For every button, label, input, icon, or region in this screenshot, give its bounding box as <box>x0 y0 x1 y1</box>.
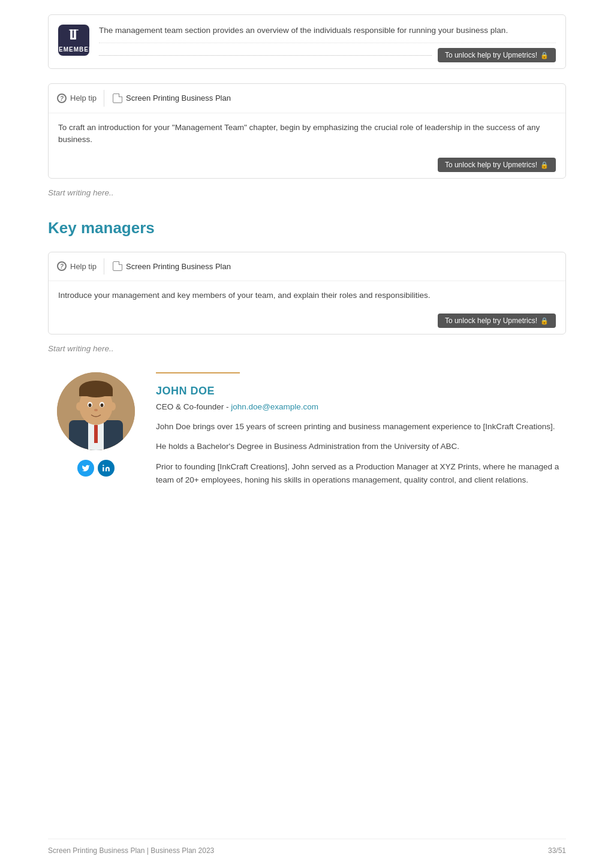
svg-point-15 <box>101 403 104 407</box>
doc-icon-2 <box>113 261 122 271</box>
tip-tab-2[interactable]: ? Help tip <box>57 258 104 275</box>
svg-point-16 <box>94 409 98 411</box>
svg-rect-0 <box>70 29 73 39</box>
person-role-text: CEO & Co-founder <box>156 402 224 411</box>
svg-rect-2 <box>70 38 76 40</box>
doc-tab-2[interactable]: Screen Printing Business Plan <box>113 261 231 273</box>
lock-icon-tip2: 🔒 <box>540 317 549 325</box>
svg-point-18 <box>110 402 116 411</box>
person-email[interactable]: john.doe@example.com <box>231 402 318 411</box>
footer-left: Screen Printing Business Plan | Business… <box>48 845 214 856</box>
tip-card-2-header: ? Help tip Screen Printing Business Plan <box>49 252 565 282</box>
avatar <box>57 372 135 450</box>
person-bio-2: He holds a Bachelor's Degree in Business… <box>156 440 566 453</box>
tip-card-2-footer: To unlock help try Upmetrics! 🔒 <box>49 314 565 334</box>
tip-label-2: Help tip <box>70 261 97 273</box>
profile-left <box>48 372 144 494</box>
remember-label: REMEMBER <box>54 45 94 54</box>
profile-divider <box>156 372 240 373</box>
tip-card-2: ? Help tip Screen Printing Business Plan… <box>48 252 566 335</box>
remember-box: REMEMBER The management team section pro… <box>48 14 566 69</box>
remember-icon: REMEMBER <box>58 25 89 56</box>
tip-body-text-1: To craft an introduction for your "Manag… <box>58 122 556 146</box>
unlock-label-tip2: To unlock help try Upmetrics! <box>445 317 537 325</box>
person-bio-1: John Doe brings over 15 years of screen … <box>156 420 566 433</box>
tip-tab-1[interactable]: ? Help tip <box>57 90 104 107</box>
twitter-icon[interactable] <box>77 460 94 477</box>
tip-card-1-header: ? Help tip Screen Printing Business Plan <box>49 84 565 113</box>
dotted-line <box>99 55 432 56</box>
footer-right: 33/51 <box>548 845 566 856</box>
unlock-button-remember[interactable]: To unlock help try Upmetrics! 🔒 <box>438 48 556 62</box>
remember-footer: To unlock help try Upmetrics! 🔒 <box>99 43 556 62</box>
unlock-button-tip2[interactable]: To unlock help try Upmetrics! 🔒 <box>438 314 556 328</box>
svg-point-17 <box>76 402 82 411</box>
unlock-label-tip1: To unlock help try Upmetrics! <box>445 161 537 169</box>
tip-body-text-2: Introduce your management and key member… <box>58 290 556 302</box>
tip-card-1-body: To craft an introduction for your "Manag… <box>49 113 565 158</box>
unlock-button-tip1[interactable]: To unlock help try Upmetrics! 🔒 <box>438 158 556 172</box>
linkedin-icon[interactable] <box>98 460 115 477</box>
doc-icon-1 <box>113 94 122 103</box>
svg-rect-1 <box>74 29 76 39</box>
tip-card-2-body: Introduce your management and key member… <box>49 281 565 314</box>
remember-text: The management team section provides an … <box>99 25 556 37</box>
lock-icon-remember: 🔒 <box>540 52 549 59</box>
social-icons <box>77 460 115 477</box>
doc-label-1: Screen Printing Business Plan <box>126 92 231 104</box>
svg-point-14 <box>89 403 92 407</box>
remember-content: The management team section provides an … <box>99 25 556 62</box>
profile-section: JOHN DOE CEO & Co-founder - john.doe@exa… <box>48 372 566 494</box>
svg-rect-3 <box>69 29 79 31</box>
doc-label-2: Screen Printing Business Plan <box>126 261 231 273</box>
tip-card-1-footer: To unlock help try Upmetrics! 🔒 <box>49 158 565 178</box>
page-footer: Screen Printing Business Plan | Business… <box>48 839 566 856</box>
tip-icon-1: ? <box>57 94 67 103</box>
start-writing-2[interactable]: Start writing here.. <box>48 343 566 355</box>
page: REMEMBER The management team section pro… <box>0 0 614 868</box>
tip-card-1: ? Help tip Screen Printing Business Plan… <box>48 83 566 179</box>
svg-rect-11 <box>79 389 113 396</box>
person-role: CEO & Co-founder - john.doe@example.com <box>156 401 566 413</box>
start-writing-1[interactable]: Start writing here.. <box>48 187 566 199</box>
tip-icon-2: ? <box>57 261 67 271</box>
doc-tab-1[interactable]: Screen Printing Business Plan <box>113 92 231 104</box>
tip-label-1: Help tip <box>70 92 97 104</box>
svg-rect-8 <box>94 425 98 443</box>
unlock-label-remember: To unlock help try Upmetrics! <box>445 51 537 59</box>
key-managers-heading: Key managers <box>48 216 566 240</box>
lock-icon-tip1: 🔒 <box>540 161 549 169</box>
profile-right: JOHN DOE CEO & Co-founder - john.doe@exa… <box>144 372 566 494</box>
person-name: JOHN DOE <box>156 383 566 399</box>
person-bio-3: Prior to founding [InkCraft Creations], … <box>156 460 566 486</box>
svg-point-19 <box>103 465 104 466</box>
